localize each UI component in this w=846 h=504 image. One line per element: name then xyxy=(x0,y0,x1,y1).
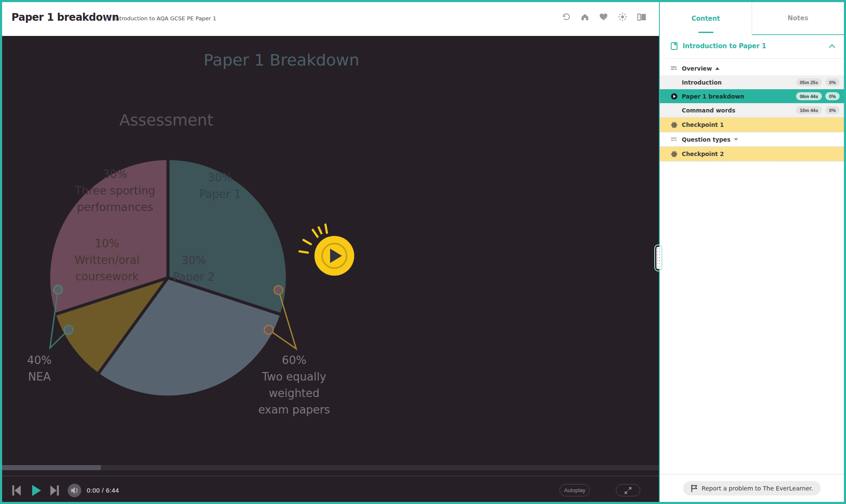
callout-dot xyxy=(274,286,283,295)
main-header: Paper 1 breakdown | Introduction to AQA … xyxy=(2,2,659,36)
video-stage: Paper 1 Breakdown Assessment 30% Paper 1… xyxy=(2,36,659,502)
skip-previous-button[interactable] xyxy=(11,485,22,496)
brightness-icon[interactable] xyxy=(618,12,627,22)
tab-notes[interactable]: Notes xyxy=(752,2,844,35)
player-controls: 0:00 / 6:44 Autoplay xyxy=(2,479,659,502)
sidebar-item-question-types[interactable]: Question types xyxy=(660,132,844,146)
expand-icon xyxy=(624,487,632,494)
app-window: Paper 1 breakdown | Introduction to AQA … xyxy=(0,0,846,504)
tab-divider xyxy=(752,2,752,35)
chart-title: Assessment xyxy=(82,111,251,129)
layout-icon[interactable] xyxy=(637,14,646,21)
progress-badge: 0% xyxy=(825,106,840,114)
panel-resize-handle[interactable] xyxy=(654,244,662,271)
home-icon[interactable] xyxy=(581,13,589,21)
volume-button[interactable] xyxy=(67,483,82,498)
item-label: Overview xyxy=(682,65,712,72)
page-subtitle: Introduction to AQA GCSE PE Paper 1 xyxy=(114,15,216,22)
callout-dot xyxy=(54,285,63,294)
duration-badge: 05m 25s xyxy=(796,78,822,86)
callout-dot xyxy=(265,326,273,334)
item-badges: 06m 44s 0% xyxy=(796,92,840,100)
list-icon xyxy=(671,66,678,71)
sidebar-item-introduction[interactable]: Introduction 05m 25s 0% xyxy=(660,75,844,89)
progress-buffer xyxy=(2,465,101,470)
section-title: Introduction to Paper 1 xyxy=(683,42,766,50)
section-divider xyxy=(666,58,844,59)
play-button[interactable] xyxy=(32,485,41,496)
expand-triangle-icon xyxy=(734,138,738,141)
annotation-exam-papers: 60% Two equally weighted exam papers xyxy=(235,352,353,418)
active-tab-underline xyxy=(698,32,714,33)
pie-label-performances: 30% Three sporting performances xyxy=(64,166,166,216)
duration-badge: 06m 44s xyxy=(796,92,822,100)
item-badges: 05m 25s 0% xyxy=(796,78,840,86)
list-icon xyxy=(671,137,678,142)
item-badges: 10m 44s 0% xyxy=(796,106,840,114)
sidebar-tabs: Content Notes xyxy=(660,2,844,35)
collapse-triangle-icon xyxy=(715,67,719,70)
report-problem-button[interactable]: Report a problem to The EverLearner. xyxy=(683,481,821,496)
item-label: Introduction xyxy=(682,79,722,86)
progress-badge: 0% xyxy=(825,92,840,100)
page-title: Paper 1 breakdown xyxy=(11,11,119,23)
item-label: Checkpoint 2 xyxy=(682,151,724,157)
flag-icon xyxy=(691,485,698,492)
title-separator: | xyxy=(105,13,107,22)
progress-badge: 0% xyxy=(825,78,840,86)
fullscreen-button[interactable] xyxy=(616,484,640,496)
item-label: Checkpoint 1 xyxy=(682,121,724,128)
callout-dot xyxy=(64,326,73,334)
tab-content[interactable]: Content xyxy=(660,2,752,35)
sidebar-item-paper-1-breakdown[interactable]: Paper 1 breakdown 06m 44s 0% xyxy=(660,89,844,103)
slide-title: Paper 1 Breakdown xyxy=(154,51,408,69)
sidebar: Content Notes Introduction to Paper 1 Ov… xyxy=(659,2,844,502)
pie-label-paper-2: 30% Paper 2 xyxy=(143,252,245,285)
atom-icon xyxy=(671,151,678,158)
sidebar-item-overview[interactable]: Overview xyxy=(660,61,844,75)
progress-track-line xyxy=(2,476,659,477)
main-panel: Paper 1 breakdown | Introduction to AQA … xyxy=(2,2,659,502)
book-icon xyxy=(671,42,678,50)
report-problem-label: Report a problem to The EverLearner. xyxy=(702,485,813,492)
skip-next-button[interactable] xyxy=(50,485,60,496)
chevron-up-icon[interactable] xyxy=(829,44,835,48)
heart-icon[interactable] xyxy=(599,13,608,21)
pie-label-coursework: 10% Written/oral coursework xyxy=(56,236,158,285)
item-label: Command words xyxy=(682,107,736,114)
sidebar-item-command-words[interactable]: Command words 10m 44s 0% xyxy=(660,103,844,117)
pie-label-paper-1: 30% Paper 1 xyxy=(169,170,271,203)
play-circle-icon xyxy=(671,93,678,100)
autoplay-button[interactable]: Autoplay xyxy=(559,484,590,496)
sidebar-item-checkpoint-2[interactable]: Checkpoint 2 xyxy=(660,146,844,162)
duration-badge: 10m 44s xyxy=(796,106,822,114)
section-header[interactable]: Introduction to Paper 1 xyxy=(660,35,844,57)
item-label: Paper 1 breakdown xyxy=(682,93,744,100)
progress-bar[interactable] xyxy=(2,465,659,470)
play-overlay-button[interactable] xyxy=(294,221,369,287)
atom-icon xyxy=(671,121,678,129)
course-item-list: Overview Introduction 05m 25s 0% Paper 1… xyxy=(660,61,844,162)
report-bar: Report a problem to The EverLearner. xyxy=(660,474,844,502)
item-label: Question types xyxy=(682,136,730,143)
annotation-nea: 40% NEA xyxy=(6,352,73,385)
time-display: 0:00 / 6:44 xyxy=(87,487,119,494)
sidebar-item-checkpoint-1[interactable]: Checkpoint 1 xyxy=(660,117,844,132)
header-toolbar xyxy=(562,12,646,22)
undo-icon[interactable] xyxy=(562,13,570,21)
